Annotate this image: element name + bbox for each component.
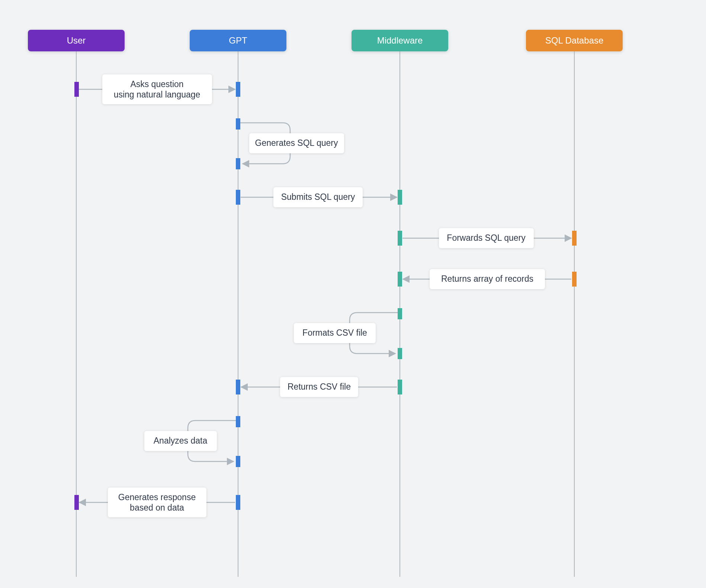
svg-rect-8 (236, 118, 240, 130)
svg-rect-34 (74, 495, 79, 510)
participant-sql-database: SQL Database (526, 30, 623, 51)
message-generates-sql-query: Generates SQL query (236, 118, 344, 169)
message-returns-array-of-records: Returns array of records (398, 269, 577, 289)
svg-rect-13 (398, 190, 402, 205)
message-formats-csv-file: Formats CSV file (294, 308, 402, 359)
svg-rect-24 (398, 348, 402, 359)
svg-rect-30 (236, 416, 240, 427)
svg-rect-7 (102, 74, 212, 104)
participant-user-label: User (67, 35, 86, 45)
svg-rect-23 (398, 308, 402, 319)
message-forwards-sql-query: Forwards SQL query (398, 228, 577, 248)
svg-rect-5 (74, 82, 79, 97)
participant-db-label: SQL Database (545, 35, 604, 45)
participant-gpt: GPT (190, 30, 286, 51)
message-returns-csv-file: Returns CSV file (236, 377, 402, 397)
message-label: Generates response (118, 492, 196, 502)
message-asks-question: Asks question using natural language (74, 74, 240, 104)
svg-rect-20 (398, 272, 402, 287)
svg-rect-16 (398, 231, 402, 246)
participant-mw-label: Middleware (377, 35, 423, 45)
message-label: Formats CSV file (302, 328, 367, 338)
svg-rect-35 (236, 495, 240, 510)
participant-middleware: Middleware (352, 30, 448, 51)
svg-rect-36 (108, 488, 206, 517)
message-label: Forwards SQL query (447, 233, 526, 243)
message-label: Analyzes data (154, 436, 208, 445)
svg-rect-17 (572, 231, 577, 246)
svg-rect-28 (398, 380, 402, 394)
message-label: Submits SQL query (281, 192, 355, 202)
message-analyzes-data: Analyzes data (144, 416, 240, 467)
message-label: based on data (130, 503, 184, 512)
svg-rect-9 (236, 158, 240, 169)
participant-gpt-label: GPT (229, 35, 247, 45)
svg-rect-21 (572, 272, 577, 287)
sequence-diagram: User GPT Middleware SQL Database Asks qu… (0, 0, 706, 588)
message-label: Asks question (130, 79, 183, 89)
message-label: Returns CSV file (288, 382, 351, 392)
message-label: using natural language (114, 90, 200, 99)
message-label: Generates SQL query (255, 138, 338, 148)
participant-user: User (28, 30, 125, 51)
svg-rect-27 (236, 380, 240, 394)
message-submits-sql-query: Submits SQL query (236, 187, 402, 207)
svg-rect-31 (236, 456, 240, 467)
svg-rect-6 (236, 82, 240, 97)
svg-rect-12 (236, 190, 240, 205)
message-generates-response: Generates response based on data (74, 488, 240, 517)
message-label: Returns array of records (441, 274, 533, 284)
